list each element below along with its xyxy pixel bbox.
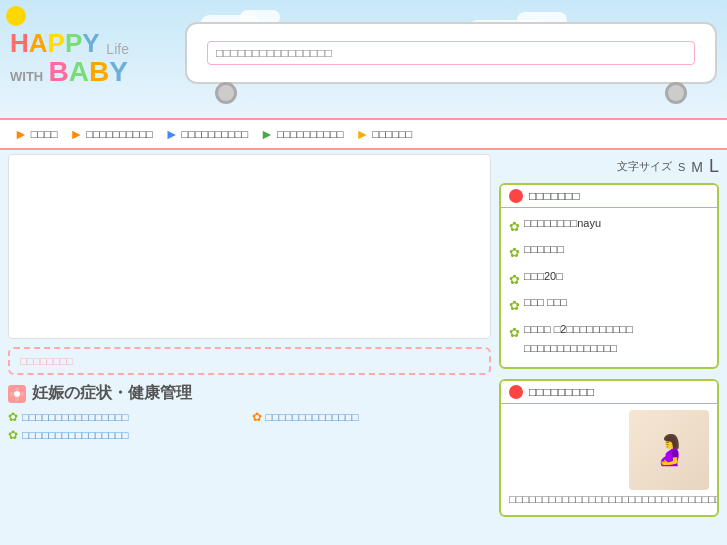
- right-panel1: □□□□□□□ ✿ □□□□□□□□nayu ✿ □□□□□□ ✿ □□□20□…: [499, 183, 719, 369]
- section-item-2-icon: ✿: [8, 428, 18, 442]
- nav-arrow-1: ►: [14, 126, 28, 142]
- right-column: 文字サイズ S M L □□□□□□□ ✿ □□□□□□□□nayu ✿ □□□…: [499, 154, 719, 527]
- section-item-1[interactable]: ✿ □□□□□□□□□□□□□□□□: [8, 410, 248, 424]
- header: HAPPY Life WITH BABY: [0, 0, 727, 118]
- left-banner-area: [8, 154, 491, 339]
- section1-title-row: 妊娠の症状・健康管理: [8, 383, 491, 404]
- panel1-item-2-text: □□□□□□: [524, 240, 564, 260]
- nav-item-5[interactable]: ► □□□□□□: [349, 124, 418, 144]
- nav-arrow-2: ►: [69, 126, 83, 142]
- panel1-content: ✿ □□□□□□□□nayu ✿ □□□□□□ ✿ □□□20□ ✿ □□□ □…: [501, 208, 717, 367]
- panel1-item-4-text: □□□ □□□: [524, 293, 567, 313]
- panel1-item-3-icon: ✿: [509, 268, 520, 291]
- logo: HAPPY Life WITH BABY: [10, 30, 185, 89]
- panel1-item-1[interactable]: ✿ □□□□□□□□nayu: [509, 214, 709, 238]
- section-item-3-icon: ✿: [252, 410, 262, 424]
- nav-label-4: □□□□□□□□□□: [277, 128, 343, 140]
- logo-life: Life: [106, 40, 129, 56]
- flower-icon: [10, 387, 24, 401]
- section1-list: ✿ □□□□□□□□□□□□□□□□ ✿ □□□□□□□□□□□□□□ ✿ □□…: [8, 410, 491, 442]
- panel1-title: □□□□□□□: [529, 189, 580, 203]
- section-item-1-label: □□□□□□□□□□□□□□□□: [22, 411, 128, 423]
- search-bus: [185, 14, 717, 104]
- search-input[interactable]: [207, 41, 695, 65]
- logo-B: B: [49, 56, 69, 87]
- panel1-item-4-icon: ✿: [509, 294, 520, 317]
- panel1-item-3-text: □□□20□: [524, 267, 563, 287]
- panel1-item-4[interactable]: ✿ □□□ □□□: [509, 293, 709, 317]
- logo-happy-line: HAPPY Life: [10, 30, 185, 57]
- section-item-1-icon: ✿: [8, 410, 18, 424]
- panel2-content: 🤰 □□□□□□□□□□□□□□□□□□□□□□□□□□□□□□□□□□□□□□…: [501, 404, 717, 515]
- font-size-label: 文字サイズ: [617, 159, 672, 174]
- ad-box: □□□□□□□□: [8, 347, 491, 375]
- logo-P1: P: [48, 28, 65, 58]
- panel1-item-5-icon: ✿: [509, 321, 520, 344]
- logo-A: A: [29, 28, 48, 58]
- logo-B2: B: [89, 56, 109, 87]
- bus-wheel-right: [665, 82, 687, 104]
- navbar: ► □□□□ ► □□□□□□□□□□ ► □□□□□□□□□□ ► □□□□□…: [0, 118, 727, 150]
- section-item-3[interactable]: ✿ □□□□□□□□□□□□□□: [252, 410, 492, 424]
- logo-Y: Y: [82, 28, 99, 58]
- nav-arrow-3: ►: [165, 126, 179, 142]
- panel1-item-1-text: □□□□□□□□nayu: [524, 214, 601, 234]
- panel2-header: □□□□□□□□□: [501, 381, 717, 404]
- bus-body: [185, 22, 717, 84]
- left-column: □□□□□□□□ 妊娠の症状・健康管理 ✿ □□□□□□□□□□□□□□□□: [8, 154, 491, 527]
- section-item-2[interactable]: ✿ □□□□□□□□□□□□□□□□: [8, 428, 248, 442]
- panel1-item-2-icon: ✿: [509, 241, 520, 264]
- panel1-item-3[interactable]: ✿ □□□20□: [509, 267, 709, 291]
- logo-P2: P: [65, 28, 82, 58]
- section-item-2-label: □□□□□□□□□□□□□□□□: [22, 429, 128, 441]
- baby-image: 🤰: [629, 410, 709, 490]
- section-item-3-label: □□□□□□□□□□□□□□: [266, 411, 359, 423]
- font-size-l[interactable]: L: [709, 156, 719, 177]
- panel1-item-5-text: □□□□ □2□□□□□□□□□□ □□□□□□□□□□□□□□: [524, 320, 709, 360]
- nav-item-2[interactable]: ► □□□□□□□□□□: [63, 124, 158, 144]
- panel2-title: □□□□□□□□□: [529, 385, 594, 399]
- panel1-item-1-icon: ✿: [509, 215, 520, 238]
- font-size-row: 文字サイズ S M L: [499, 154, 719, 183]
- logo-baby-line: WITH BABY: [10, 56, 185, 88]
- panel1-item-2[interactable]: ✿ □□□□□□: [509, 240, 709, 264]
- panel1-item-5[interactable]: ✿ □□□□ □2□□□□□□□□□□ □□□□□□□□□□□□□□: [509, 320, 709, 360]
- nav-label-1: □□□□: [31, 128, 58, 140]
- svg-point-3: [10, 392, 14, 396]
- bus-wheel-left: [215, 82, 237, 104]
- right-panel2: □□□□□□□□□ 🤰 □□□□□□□□□□□□□□□□□□□□□□□□□□□□…: [499, 379, 719, 517]
- nav-label-5: □□□□□□: [372, 128, 412, 140]
- ad-text: □□□□□□□□: [20, 355, 73, 367]
- nav-arrow-4: ►: [260, 126, 274, 142]
- panel1-header: □□□□□□□: [501, 185, 717, 208]
- main-content: □□□□□□□□ 妊娠の症状・健康管理 ✿ □□□□□□□□□□□□□□□□: [0, 150, 727, 531]
- logo-with: WITH: [10, 69, 43, 84]
- nav-item-1[interactable]: ► □□□□: [8, 124, 63, 144]
- nav-label-3: □□□□□□□□□□: [182, 128, 248, 140]
- panel1-dot: [509, 189, 523, 203]
- svg-point-2: [15, 397, 19, 401]
- nav-item-3[interactable]: ► □□□□□□□□□□: [159, 124, 254, 144]
- svg-point-1: [15, 387, 19, 391]
- svg-point-4: [20, 392, 24, 396]
- nav-arrow-5: ►: [355, 126, 369, 142]
- nav-item-4[interactable]: ► □□□□□□□□□□: [254, 124, 349, 144]
- panel2-dot: [509, 385, 523, 399]
- nav-label-2: □□□□□□□□□□: [86, 128, 152, 140]
- logo-A2: A: [69, 56, 89, 87]
- svg-point-0: [14, 391, 20, 397]
- search-input-container: [202, 36, 700, 70]
- font-size-m[interactable]: M: [691, 159, 703, 175]
- section1-title: 妊娠の症状・健康管理: [32, 383, 192, 404]
- section1-icon: [8, 385, 26, 403]
- logo-H: H: [10, 28, 29, 58]
- logo-Y2: Y: [109, 56, 128, 87]
- font-size-s[interactable]: S: [678, 161, 685, 173]
